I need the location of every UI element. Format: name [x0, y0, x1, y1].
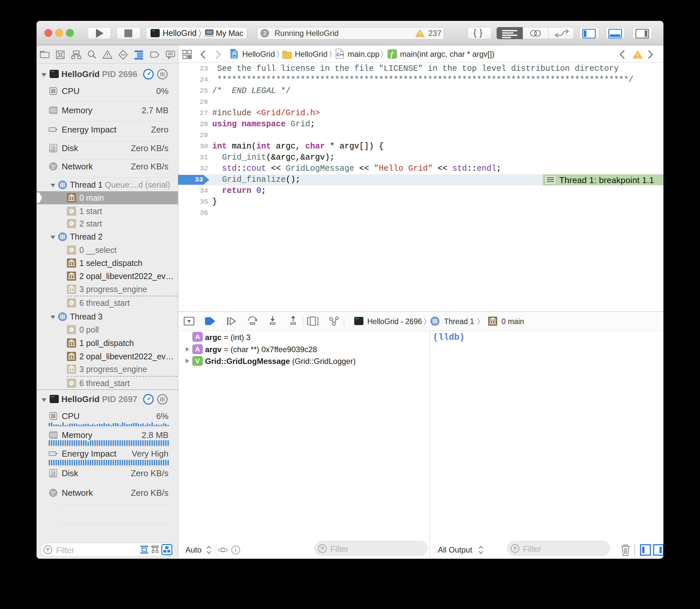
- svg-text:C++: C++: [337, 53, 344, 57]
